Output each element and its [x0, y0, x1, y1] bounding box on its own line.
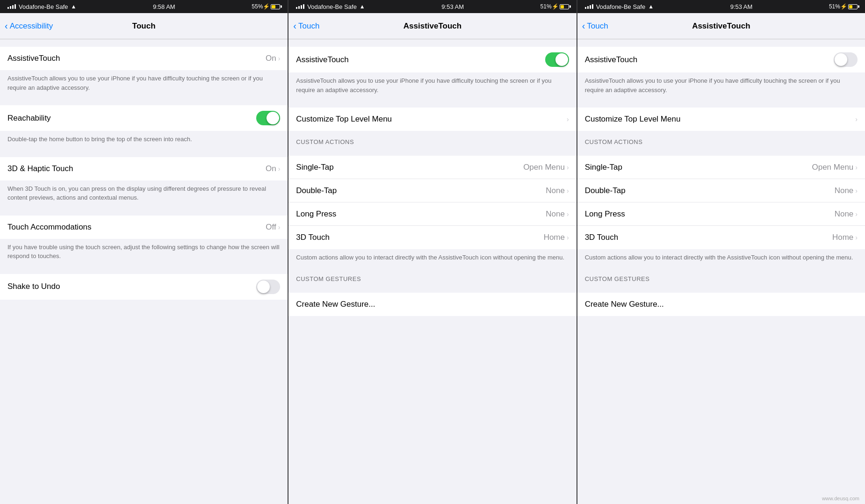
section-card: Reachability: [0, 105, 288, 131]
status-bar: Vodafone-Be Safe ▲ 9:53 AM 51%⚡: [288, 0, 576, 13]
screen-content[interactable]: AssistiveTouch AssistiveTouch allows you…: [577, 39, 865, 504]
toggle-row: Shake to Undo: [0, 274, 288, 300]
chevron-icon: ›: [278, 55, 281, 62]
section-card: Create New Gesture...: [288, 293, 576, 316]
nav-back-button[interactable]: ‹ Touch: [293, 21, 319, 31]
toggle-switch[interactable]: [256, 280, 280, 294]
settings-row[interactable]: AssistiveTouch On ›: [0, 47, 288, 70]
action-value: None ›: [546, 186, 569, 195]
action-label: 3D Touch: [296, 233, 330, 242]
chevron-icon: ›: [855, 187, 858, 194]
row-label: Customize Top Level Menu: [296, 115, 392, 124]
battery-icon: 51%⚡: [541, 3, 569, 10]
chevron-icon: ›: [855, 234, 858, 241]
row-description: AssistiveTouch allows you to use your iP…: [0, 70, 288, 98]
chevron-icon: ›: [567, 164, 569, 171]
settings-row[interactable]: Customize Top Level Menu ›: [577, 108, 865, 131]
screens-container: Vodafone-Be Safe ▲ 9:58 AM 55%⚡ ‹ Access…: [0, 0, 865, 504]
row-value: On ›: [266, 54, 280, 63]
battery-icon: 55%⚡: [252, 3, 280, 10]
signal-bar-1: [296, 7, 297, 9]
action-label: 3D Touch: [585, 233, 619, 242]
settings-row[interactable]: Touch Accommodations Off ›: [0, 216, 288, 239]
signal-bar-1: [7, 7, 9, 9]
section-card: Touch Accommodations Off ›: [0, 216, 288, 239]
section-description: Custom actions allow you to interact dir…: [577, 249, 865, 268]
time-display: 9:53 AM: [730, 3, 753, 10]
status-right: 51%⚡: [541, 3, 569, 10]
action-row[interactable]: Single-Tap Open Menu ›: [288, 156, 576, 179]
status-right: 55%⚡: [252, 3, 280, 10]
wifi-icon: ▲: [648, 3, 654, 10]
status-left: Vodafone-Be Safe ▲: [296, 3, 365, 10]
nav-bar: ‹ Touch AssistiveTouch: [288, 13, 576, 39]
screen-content[interactable]: AssistiveTouch AssistiveTouch allows you…: [288, 39, 576, 504]
row-value: ›: [567, 115, 569, 123]
action-value: Open Menu ›: [523, 163, 569, 172]
action-row[interactable]: Long Press None ›: [577, 202, 865, 226]
settings-row[interactable]: Customize Top Level Menu ›: [288, 108, 576, 131]
row-label: Reachability: [7, 114, 51, 123]
back-chevron-icon: ‹: [5, 21, 8, 31]
value-text: Home: [544, 233, 565, 242]
toggle-switch[interactable]: [545, 52, 569, 67]
time-display: 9:58 AM: [153, 3, 175, 10]
action-value: None ›: [546, 209, 569, 219]
value-text: None: [835, 186, 854, 195]
action-label: Long Press: [585, 209, 625, 219]
wifi-icon: ▲: [71, 3, 77, 10]
action-value: Home ›: [832, 233, 858, 242]
action-row[interactable]: Create New Gesture...: [577, 293, 865, 316]
toggle-switch[interactable]: [834, 52, 858, 67]
nav-back-button[interactable]: ‹ Touch: [582, 21, 608, 31]
signal-bar-2: [298, 6, 300, 9]
screen-content[interactable]: AssistiveTouch On › AssistiveTouch allow…: [0, 39, 288, 504]
signal-bar-3: [12, 5, 14, 9]
back-label: Accessibility: [10, 22, 53, 31]
section-card: AssistiveTouch On ›: [0, 47, 288, 70]
action-label: Double-Tap: [296, 186, 337, 195]
action-row[interactable]: Double-Tap None ›: [577, 179, 865, 202]
action-label: Create New Gesture...: [585, 300, 664, 309]
action-row[interactable]: 3D Touch Home ›: [577, 226, 865, 249]
row-label: 3D & Haptic Touch: [7, 164, 73, 173]
nav-back-button[interactable]: ‹ Accessibility: [5, 21, 53, 31]
action-value: Open Menu ›: [812, 163, 858, 172]
status-right: 51%⚡: [829, 3, 858, 10]
signal-bars: [7, 4, 16, 9]
row-label: Shake to Undo: [7, 282, 60, 291]
status-bar: Vodafone-Be Safe ▲ 9:58 AM 55%⚡: [0, 0, 288, 13]
action-row[interactable]: 3D Touch Home ›: [288, 226, 576, 249]
status-left: Vodafone-Be Safe ▲: [7, 3, 76, 10]
signal-bar-4: [14, 4, 16, 9]
action-row[interactable]: Long Press None ›: [288, 202, 576, 226]
row-label: AssistiveTouch: [7, 54, 60, 63]
row-description: When 3D Touch is on, you can press on th…: [0, 180, 288, 208]
action-label: Create New Gesture...: [296, 300, 375, 309]
assistivetouch-toggle-row: AssistiveTouch: [288, 47, 576, 72]
section-header: CUSTOM GESTURES: [288, 268, 576, 285]
action-row[interactable]: Double-Tap None ›: [288, 179, 576, 202]
iphone-screen: Vodafone-Be Safe ▲ 9:58 AM 55%⚡ ‹ Access…: [0, 0, 288, 504]
action-row[interactable]: Create New Gesture...: [288, 293, 576, 316]
action-label: Single-Tap: [296, 163, 333, 172]
value-text: Open Menu: [812, 163, 853, 172]
section-card: Customize Top Level Menu ›: [288, 108, 576, 131]
nav-title: Touch: [132, 22, 156, 31]
assistivetouch-label: AssistiveTouch: [585, 55, 637, 65]
action-row[interactable]: Single-Tap Open Menu ›: [577, 156, 865, 179]
settings-row[interactable]: 3D & Haptic Touch On ›: [0, 157, 288, 180]
section-card: Single-Tap Open Menu › Double-Tap None ›: [288, 156, 576, 249]
carrier-name: Vodafone-Be Safe: [596, 3, 646, 10]
action-value: None ›: [835, 186, 858, 195]
action-value: Home ›: [544, 233, 569, 242]
carrier-name: Vodafone-Be Safe: [19, 3, 68, 10]
iphone-screen: Vodafone-Be Safe ▲ 9:53 AM 51%⚡ ‹ Touch …: [577, 0, 865, 504]
assistivetouch-toggle-row: AssistiveTouch: [577, 47, 865, 72]
nav-title: AssistiveTouch: [404, 22, 461, 31]
action-value: None ›: [835, 209, 858, 219]
value-text: Home: [832, 233, 853, 242]
section-header: CUSTOM ACTIONS: [577, 131, 865, 148]
toggle-switch[interactable]: [256, 111, 280, 125]
row-value: On ›: [266, 164, 280, 173]
